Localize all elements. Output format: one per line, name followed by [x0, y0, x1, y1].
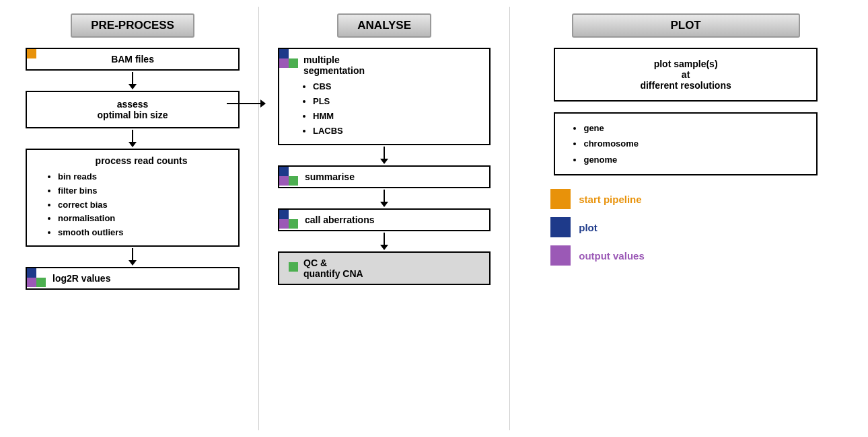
legend-plot-label: plot	[579, 222, 598, 233]
list-item: correct bias	[58, 198, 231, 212]
call-aberrations-label: call aberrations	[305, 214, 375, 225]
analyse-header: ANALYSE	[337, 13, 431, 38]
call-aberrations-box: call aberrations	[278, 208, 491, 231]
qc-box: QC &quantify CNA	[278, 251, 491, 285]
call-icon-squares	[279, 210, 298, 229]
arrow-process-to-log2r	[129, 248, 137, 266]
list-item: chromosome	[583, 136, 809, 151]
arrow-assess-to-process	[129, 130, 137, 147]
arrow-summarise-to-call	[380, 190, 388, 207]
bam-files-label: BAM files	[111, 54, 154, 65]
bam-files-box: BAM files	[26, 48, 240, 71]
preprocess-column: PRE-PROCESS BAM files assessoptimal bin …	[7, 7, 258, 430]
log2r-box: log2R values	[26, 267, 240, 290]
list-item: normalisation	[58, 212, 231, 226]
process-reads-box: process read counts bin reads filter bin…	[26, 149, 240, 247]
plot-header-label: PLOT	[670, 19, 700, 32]
list-item: HMM	[313, 109, 482, 124]
qc-icon-squares	[279, 253, 298, 272]
sq-orange	[27, 49, 36, 58]
log2r-label: log2R values	[52, 273, 110, 284]
legend-orange-square	[550, 189, 571, 209]
list-item: smooth outliers	[58, 226, 231, 240]
plot-samples-box: plot sample(s)atdifferent resolutions	[554, 48, 817, 102]
seg-title: multiplesegmentation	[303, 54, 482, 76]
arrow-bam-to-assess	[129, 72, 137, 89]
process-reads-title: process read counts	[51, 155, 231, 166]
plot-list: gene chromosome genome	[575, 120, 809, 167]
assess-bin-box: assessoptimal bin size	[26, 91, 240, 128]
list-item: filter bins	[58, 184, 231, 198]
legend-plot: plot	[550, 217, 645, 237]
list-item: gene	[583, 120, 809, 136]
summarise-icon-squares	[279, 167, 298, 186]
bam-icon-squares	[27, 49, 46, 68]
list-item: PLS	[313, 94, 482, 109]
arrow-seg-to-summarise	[380, 147, 388, 164]
segmentation-box: multiplesegmentation CBS PLS HMM LACBS	[278, 48, 491, 145]
plot-list-box: gene chromosome genome	[554, 112, 817, 175]
process-reads-list: bin reads filter bins correct bias norma…	[51, 170, 231, 240]
list-item: bin reads	[58, 170, 231, 184]
seg-list: CBS PLS HMM LACBS	[303, 79, 482, 138]
summarise-label: summarise	[305, 171, 355, 182]
legend-start-label: start pipeline	[579, 194, 641, 205]
log2r-icon-squares	[27, 268, 46, 287]
analyse-header-label: ANALYSE	[357, 19, 411, 32]
summarise-box: summarise	[278, 165, 491, 188]
plot-column: PLOT plot sample(s)atdifferent resolutio…	[510, 7, 861, 430]
arrow-log2r-to-seg	[227, 100, 266, 108]
list-item: CBS	[313, 79, 482, 94]
main-container: PRE-PROCESS BAM files assessoptimal bin …	[0, 0, 868, 437]
assess-bin-label: assessoptimal bin size	[98, 99, 168, 120]
analyse-column: ANALYSE multiplesegmentation CBS PLS HMM…	[258, 7, 510, 430]
list-item: LACBS	[313, 124, 482, 138]
list-item: genome	[583, 152, 809, 167]
legend-section: start pipeline plot output values	[550, 189, 645, 266]
seg-icon-squares	[279, 49, 298, 68]
plot-header: PLOT	[572, 13, 800, 38]
arrow-call-to-qc	[380, 233, 388, 250]
qc-label: QC &quantify CNA	[303, 257, 363, 279]
preprocess-header: PRE-PROCESS	[71, 13, 194, 38]
plot-samples-title: plot sample(s)atdifferent resolutions	[640, 58, 731, 91]
legend-output-label: output values	[579, 250, 645, 262]
legend-purple-square	[550, 245, 571, 266]
legend-output-values: output values	[550, 245, 645, 266]
legend-blue-square	[550, 217, 571, 237]
legend-start-pipeline: start pipeline	[550, 189, 645, 209]
